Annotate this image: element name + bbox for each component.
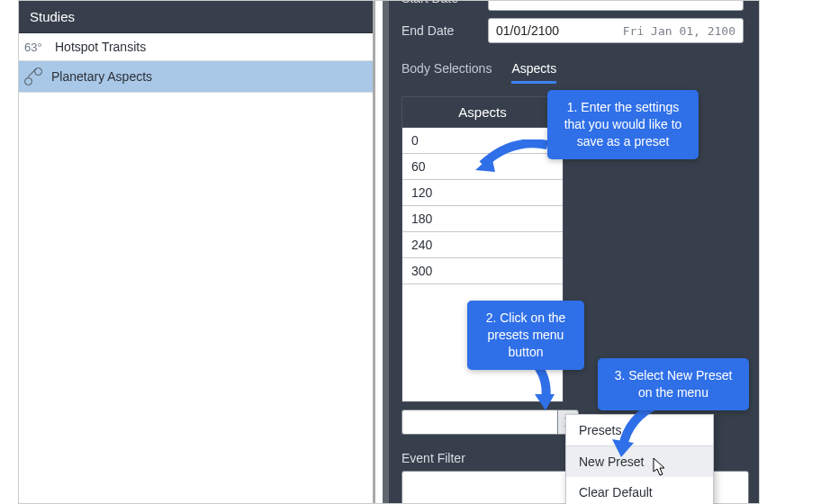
end-date-input[interactable]: 01/01/2100 Fri Jan 01, 2100 bbox=[488, 18, 744, 43]
end-date-value: 01/01/2100 bbox=[496, 23, 559, 38]
svg-marker-1 bbox=[535, 394, 555, 410]
study-label: Hotspot Transits bbox=[55, 40, 146, 54]
study-badge: 63° bbox=[24, 40, 46, 54]
aspects-column-header: Aspects bbox=[402, 97, 563, 128]
callout-3: 3. Select New Preset on the menu bbox=[598, 358, 749, 410]
end-date-label: End Date bbox=[401, 23, 472, 38]
studies-panel: Studies 63° Hotspot Transits Planetary A… bbox=[19, 1, 375, 504]
menu-item-clear-default[interactable]: Clear Default bbox=[566, 477, 713, 504]
preset-controls bbox=[401, 410, 579, 435]
end-date-weekday: Fri Jan 01, 2100 bbox=[623, 24, 735, 38]
start-date-label: Start Date bbox=[401, 0, 472, 5]
callout-1: 1. Enter the settings that you would lik… bbox=[547, 90, 699, 159]
sidebar-item-planetary-aspects[interactable]: Planetary Aspects bbox=[19, 61, 373, 93]
end-date-row: End Date 01/01/2100 Fri Jan 01, 2100 bbox=[401, 11, 746, 43]
tab-aspects[interactable]: Aspects bbox=[511, 61, 556, 84]
event-filter-label: Event Filter bbox=[401, 451, 465, 465]
settings-tabs: Body Selections Aspects bbox=[401, 61, 746, 84]
table-row[interactable]: 180 bbox=[402, 206, 563, 232]
start-date-input[interactable] bbox=[488, 0, 744, 11]
start-date-row: Start Date bbox=[401, 0, 746, 11]
svg-marker-2 bbox=[612, 439, 634, 457]
study-label: Planetary Aspects bbox=[51, 69, 152, 84]
tab-body-selections[interactable]: Body Selections bbox=[401, 61, 492, 84]
table-row[interactable]: 120 bbox=[402, 180, 563, 206]
callout-2: 2. Click on the presets menu button bbox=[467, 301, 584, 370]
sidebar-item-hotspot-transits[interactable]: 63° Hotspot Transits bbox=[19, 33, 373, 61]
callout-1-arrow bbox=[475, 140, 551, 176]
table-row[interactable]: 300 bbox=[402, 258, 563, 284]
studies-header: Studies bbox=[19, 1, 373, 33]
preset-name-input[interactable] bbox=[401, 410, 557, 435]
table-row[interactable]: 240 bbox=[402, 232, 563, 258]
planetary-aspects-icon bbox=[24, 68, 42, 86]
mouse-cursor-icon bbox=[653, 457, 667, 477]
